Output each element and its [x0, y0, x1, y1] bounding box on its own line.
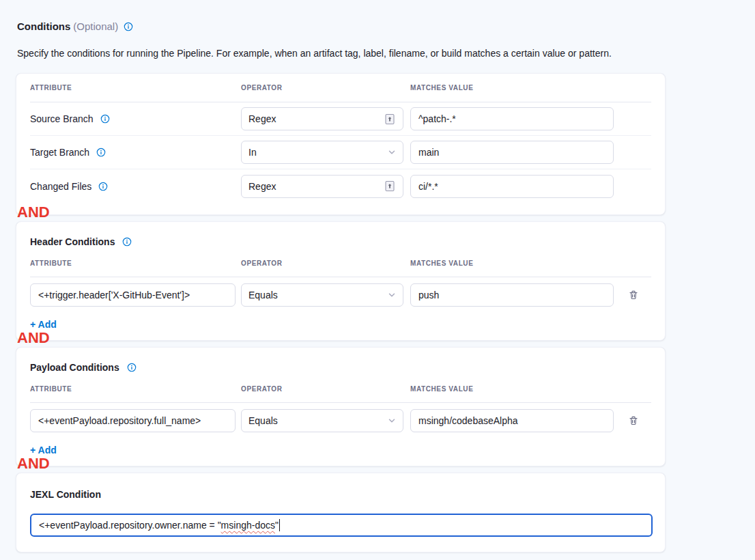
header-conditions-card: Header Conditions ATTRIBUTE OPERATOR MAT…: [16, 221, 666, 341]
and-label: AND: [17, 456, 50, 471]
column-header-row: ATTRIBUTE OPERATOR MATCHES VALUE: [30, 250, 651, 277]
jexl-text-misspelled: msingh-docs: [221, 520, 275, 531]
header-conditions-title: Header Conditions: [30, 236, 115, 247]
matches-value-input[interactable]: [410, 283, 614, 307]
attribute-input[interactable]: [30, 283, 236, 307]
column-matches-value: MATCHES VALUE: [410, 260, 615, 267]
operator-select[interactable]: Equals: [241, 283, 403, 307]
add-payload-condition-button[interactable]: + Add: [30, 445, 57, 456]
page-title: Conditions: [17, 20, 70, 32]
delete-row-button[interactable]: [625, 287, 642, 303]
chevron-down-icon: [388, 417, 396, 425]
condition-row-target-branch: Target Branch In: [30, 136, 651, 169]
operator-select[interactable]: Regex: [241, 175, 403, 198]
info-icon[interactable]: [96, 148, 106, 157]
page-description: Specify the conditions for running the P…: [17, 48, 707, 59]
conditions-page: Conditions (Optional) Specify the condit…: [0, 0, 755, 560]
info-icon[interactable]: [127, 363, 137, 372]
attribute-label: Source Branch: [30, 113, 94, 124]
column-attribute: ATTRIBUTE: [30, 84, 241, 92]
matches-value-input[interactable]: [410, 409, 614, 432]
info-icon[interactable]: [122, 237, 132, 247]
column-attribute: ATTRIBUTE: [30, 385, 241, 393]
and-label: AND: [17, 331, 50, 346]
and-label: AND: [17, 205, 50, 220]
column-matches-value: MATCHES VALUE: [410, 385, 615, 393]
payload-conditions-title: Payload Conditions: [30, 362, 119, 373]
condition-row-changed-files: Changed Files Regex: [30, 169, 651, 203]
branch-conditions-card: ATTRIBUTE OPERATOR MATCHES VALUE Source …: [16, 73, 666, 215]
column-attribute: ATTRIBUTE: [30, 260, 241, 267]
jexl-condition-card: JEXL Condition <+eventPayload.repository…: [16, 473, 666, 552]
fixed-input-pin-icon[interactable]: [384, 113, 396, 125]
header-condition-row: Equals: [30, 277, 651, 313]
operator-select[interactable]: Regex: [241, 107, 403, 130]
delete-row-button[interactable]: [625, 412, 642, 429]
info-icon[interactable]: [124, 22, 133, 31]
chevron-down-icon: [388, 148, 396, 156]
matches-value-input[interactable]: [410, 141, 614, 164]
jexl-text-suffix: ": [275, 520, 279, 531]
payload-conditions-card: Payload Conditions ATTRIBUTE OPERATOR MA…: [16, 347, 666, 466]
column-operator: OPERATOR: [241, 84, 410, 92]
attribute-label: Changed Files: [30, 181, 91, 192]
jexl-condition-input[interactable]: <+eventPayload.repository.owner.name = "…: [30, 514, 653, 537]
operator-select[interactable]: In: [241, 141, 403, 164]
matches-value-input[interactable]: [410, 175, 614, 198]
info-icon[interactable]: [100, 114, 110, 124]
optional-label: (Optional): [73, 20, 118, 32]
column-header-row: ATTRIBUTE OPERATOR MATCHES VALUE: [30, 74, 651, 102]
info-icon[interactable]: [98, 182, 108, 191]
column-matches-value: MATCHES VALUE: [410, 84, 615, 92]
page-title-row: Conditions (Optional): [17, 20, 755, 32]
jexl-text-prefix: <+eventPayload.repository.owner.name = ": [39, 520, 221, 531]
matches-value-input[interactable]: [410, 107, 614, 130]
fixed-input-pin-icon[interactable]: [384, 180, 396, 192]
condition-row-source-branch: Source Branch Regex: [30, 102, 651, 136]
add-header-condition-button[interactable]: + Add: [30, 319, 57, 330]
column-operator: OPERATOR: [241, 260, 410, 267]
column-header-row: ATTRIBUTE OPERATOR MATCHES VALUE: [30, 376, 651, 403]
column-operator: OPERATOR: [241, 385, 410, 393]
text-cursor: [279, 519, 281, 531]
chevron-down-icon: [388, 291, 396, 299]
jexl-condition-title: JEXL Condition: [30, 489, 101, 500]
attribute-label: Target Branch: [30, 147, 89, 158]
attribute-input[interactable]: [30, 409, 236, 432]
payload-condition-row: Equals: [30, 403, 651, 439]
operator-select[interactable]: Equals: [241, 409, 403, 432]
